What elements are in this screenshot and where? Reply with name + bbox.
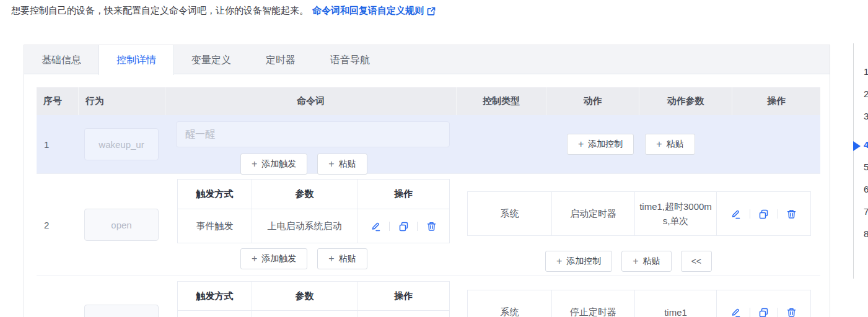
external-link-icon xyxy=(427,7,436,15)
table-row-2: 2 open 触发方式 参数 操作 事件触发 上电启动系统启动 xyxy=(37,174,820,276)
tab-voice-navigation[interactable]: 语音导航 xyxy=(313,45,387,75)
plus-icon: + xyxy=(328,158,334,170)
config-panel: 基础信息 控制详情 变量定义 定时器 语音导航 序号 行为 命令词 控制类型 动… xyxy=(24,45,830,317)
icon-divider xyxy=(750,209,750,219)
anchor-item-6[interactable]: 6 xyxy=(864,184,868,194)
intro-text: 想要控制自己的设备，快来配置自定义命令词吧，让你的设备智能起来。 xyxy=(11,5,309,17)
row3-behavior-input[interactable] xyxy=(84,305,159,317)
row1-behavior-input[interactable]: wakeup_ur xyxy=(84,128,159,160)
tab-timer[interactable]: 定时器 xyxy=(248,45,313,75)
row1-add-trigger-button[interactable]: + 添加触发 xyxy=(240,154,307,175)
row2-index: 2 xyxy=(37,174,78,276)
row2-control-box: 系统 启动定时器 time1,超时3000ms,单次 xyxy=(467,191,811,236)
col-header-operation: 操作 xyxy=(732,87,820,115)
anchor-item-7[interactable]: 7 xyxy=(864,206,868,217)
edit-icon[interactable] xyxy=(370,220,381,232)
plus-icon: + xyxy=(633,256,638,267)
anchor-nav-divider xyxy=(853,43,854,279)
table-row-1: 1 wakeup_ur 醒一醒 + 添加触发 + 粘贴 xyxy=(37,115,820,174)
row2-trigger-params: 上电启动系统启动 xyxy=(252,209,357,243)
row2-control-type: 系统 xyxy=(468,192,551,235)
row2-control-action: 启动定时器 xyxy=(551,192,634,235)
plus-icon: + xyxy=(578,139,584,150)
row1-index: 1 xyxy=(37,115,78,173)
row3-control-box: 系统 停止定时器 time1 xyxy=(467,290,811,317)
delete-icon[interactable] xyxy=(786,208,797,219)
command-config-screen: 想要控制自己的设备，快来配置自定义命令词吧，让你的设备智能起来。 命令词和回复语… xyxy=(0,0,868,317)
trigger-header-type: 触发方式 xyxy=(178,282,252,310)
edit-icon[interactable] xyxy=(730,306,742,317)
row3-control-type: 系统 xyxy=(468,290,551,317)
col-header-command: 命令词 xyxy=(165,87,456,115)
tab-variable-definition[interactable]: 变量定义 xyxy=(174,45,248,75)
active-anchor-pointer-icon xyxy=(853,141,861,151)
plus-icon: + xyxy=(328,253,334,264)
tab-basic-info[interactable]: 基础信息 xyxy=(24,45,99,75)
row2-trigger-table: 触发方式 参数 操作 事件触发 上电启动系统启动 xyxy=(177,179,450,243)
row3-control-params: time1 xyxy=(634,290,716,317)
tab-control-detail[interactable]: 控制详情 xyxy=(99,45,174,75)
col-header-behavior: 行为 xyxy=(78,87,165,115)
anchor-item-3[interactable]: 3 xyxy=(864,111,868,121)
row3-trigger-row xyxy=(178,311,449,317)
row2-trigger-type: 事件触发 xyxy=(178,209,252,243)
tab-bar: 基础信息 控制详情 变量定义 定时器 语音导航 xyxy=(24,45,830,74)
anchor-item-2[interactable]: 2 xyxy=(864,89,868,99)
row3-index xyxy=(37,276,78,317)
copy-icon[interactable] xyxy=(398,220,409,232)
row3-control-action: 停止定时器 xyxy=(551,290,634,317)
row2-paste-control-button[interactable]: + 粘贴 xyxy=(621,251,671,272)
collapse-icon: << xyxy=(691,256,701,266)
trigger-header-params: 参数 xyxy=(252,180,357,209)
row2-control-params: time1,超时3000ms,单次 xyxy=(634,192,716,235)
icon-divider xyxy=(778,209,778,219)
icon-divider xyxy=(417,222,418,231)
intro-bar: 想要控制自己的设备，快来配置自定义命令词吧，让你的设备智能起来。 命令词和回复语… xyxy=(11,5,693,17)
trigger-header-operation: 操作 xyxy=(357,180,449,209)
row2-collapse-button[interactable]: << xyxy=(681,251,712,272)
trigger-header-operation: 操作 xyxy=(357,282,449,310)
trigger-header-type: 触发方式 xyxy=(178,180,252,209)
trigger-header-params: 参数 xyxy=(252,282,357,310)
anchor-item-8[interactable]: 8 xyxy=(864,228,868,239)
row2-add-trigger-button[interactable]: + 添加触发 xyxy=(240,248,307,269)
delete-icon[interactable] xyxy=(426,220,437,232)
row2-behavior-input[interactable]: open xyxy=(84,209,159,241)
table-row-3: 触发方式 参数 操作 系统 停止定时器 time1 xyxy=(37,276,820,317)
col-header-index: 序号 xyxy=(37,87,78,115)
edit-icon[interactable] xyxy=(730,208,742,219)
anchor-item-4[interactable]: 4 xyxy=(864,139,868,150)
row2-add-control-button[interactable]: + 添加控制 xyxy=(545,251,612,272)
row2-paste-trigger-button[interactable]: + 粘贴 xyxy=(317,248,367,269)
copy-icon[interactable] xyxy=(758,306,769,317)
delete-icon[interactable] xyxy=(786,306,797,317)
anchor-item-5[interactable]: 5 xyxy=(864,162,868,172)
anchor-item-1[interactable]: 1 xyxy=(864,66,868,77)
command-table: 序号 行为 命令词 控制类型 动作 动作参数 操作 1 wakeup_ur 醒一… xyxy=(37,87,820,317)
row1-paste-trigger-button[interactable]: + 粘贴 xyxy=(317,154,367,175)
rules-link[interactable]: 命令词和回复语自定义规则 xyxy=(312,5,436,17)
col-header-control-type: 控制类型 xyxy=(456,87,546,115)
plus-icon: + xyxy=(556,256,562,267)
plus-icon: + xyxy=(252,253,257,264)
row1-add-control-button[interactable]: + 添加控制 xyxy=(567,134,634,155)
row1-paste-control-button[interactable]: + 粘贴 xyxy=(645,134,695,155)
table-header-row: 序号 行为 命令词 控制类型 动作 动作参数 操作 xyxy=(37,87,820,115)
plus-icon: + xyxy=(252,158,257,170)
plus-icon: + xyxy=(656,139,662,150)
row3-trigger-table: 触发方式 参数 操作 xyxy=(177,281,450,317)
icon-divider xyxy=(778,308,778,317)
col-header-action: 动作 xyxy=(546,87,639,115)
icon-divider xyxy=(750,308,750,317)
row1-command-input[interactable]: 醒一醒 xyxy=(176,121,450,147)
row2-trigger-row: 事件触发 上电启动系统启动 xyxy=(178,209,449,243)
copy-icon[interactable] xyxy=(758,208,769,219)
icon-divider xyxy=(389,222,390,231)
rules-link-label: 命令词和回复语自定义规则 xyxy=(312,5,424,17)
col-header-action-params: 动作参数 xyxy=(639,87,732,115)
